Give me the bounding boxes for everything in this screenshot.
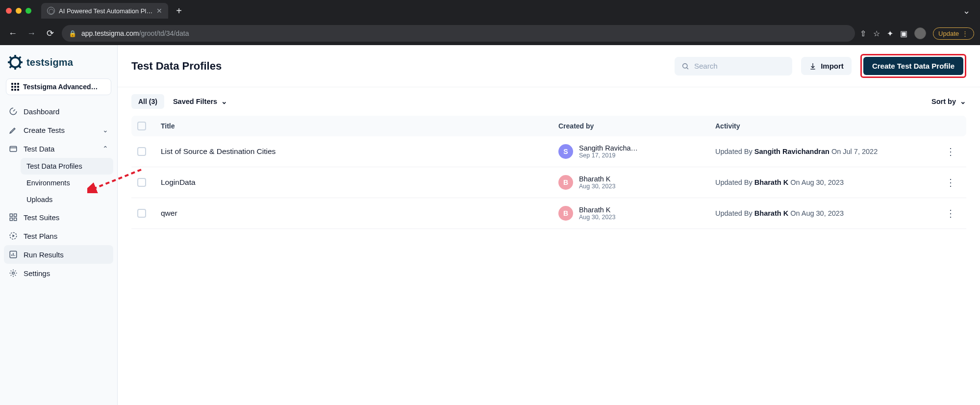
extensions-icon[interactable]: ✦ (887, 29, 893, 38)
created-date: Aug 30, 2023 (579, 214, 615, 221)
gauge-icon (9, 107, 18, 116)
row-title: qwer (161, 209, 558, 218)
globe-icon: ◯ (47, 7, 55, 15)
svg-point-0 (10, 57, 20, 67)
row-creator: B Bharath K Aug 30, 2023 (558, 175, 715, 190)
sidebar-item-create-tests[interactable]: Create Tests ⌄ (4, 121, 113, 139)
search-input[interactable] (694, 62, 785, 70)
project-switcher[interactable]: Testsigma Advanced… (6, 78, 111, 95)
chevron-up-icon: ⌃ (102, 145, 108, 152)
sidebar-item-dashboard[interactable]: Dashboard (4, 102, 113, 121)
bookmark-icon[interactable]: ☆ (873, 29, 880, 38)
svg-rect-11 (14, 214, 17, 216)
browser-actions: ⇧ ☆ ✦ ▣ Update ⋮ (860, 27, 974, 40)
download-icon (809, 62, 817, 70)
sidebar-item-test-data[interactable]: Test Data ⌃ (4, 139, 113, 158)
search-icon (681, 62, 689, 71)
reload-button[interactable]: ⟳ (43, 26, 57, 40)
sidebar-item-test-plans[interactable]: Test Plans (4, 227, 113, 245)
chevron-down-icon: ⌄ (960, 98, 966, 105)
svg-point-18 (683, 63, 687, 68)
tab-title: AI Powered Test Automation Pl… (59, 7, 152, 15)
sort-by-button[interactable]: Sort by ⌄ (931, 98, 966, 105)
forward-button[interactable]: → (25, 26, 38, 40)
row-checkbox[interactable] (137, 209, 146, 218)
saved-filters-button[interactable]: Saved Filters ⌄ (173, 98, 227, 105)
row-creator: B Bharath K Aug 30, 2023 (558, 206, 715, 221)
svg-line-19 (687, 67, 688, 69)
page-title: Test Data Profiles (131, 60, 222, 73)
browser-tab[interactable]: ◯ AI Powered Test Automation Pl… ✕ (41, 3, 168, 19)
main: Test Data Profiles Import Create Test Da… (118, 45, 980, 405)
sidebar-item-test-suites[interactable]: Test Suites (4, 208, 113, 227)
close-icon[interactable]: ✕ (156, 7, 162, 15)
row-menu-button[interactable]: ⋮ (941, 146, 960, 157)
sidebar-submenu-test-data: Test Data Profiles Environments Uploads (4, 158, 113, 208)
svg-line-5 (10, 57, 12, 59)
back-button[interactable]: ← (6, 26, 20, 40)
row-activity: Updated By Sangith Ravichandran On Jul 7… (715, 148, 941, 155)
svg-rect-13 (14, 218, 17, 221)
update-button[interactable]: Update ⋮ (933, 27, 974, 40)
table-row[interactable]: List of Source & Destination Cities S Sa… (131, 136, 966, 167)
pencil-icon (9, 126, 18, 134)
url-path: /groot/td/34/data (139, 29, 189, 37)
sidebar-item-label: Test Suites (24, 213, 59, 222)
sidebar-item-environments[interactable]: Environments (21, 175, 113, 191)
bar-chart-icon (9, 250, 18, 259)
row-activity: Updated By Bharath K On Aug 30, 2023 (715, 209, 941, 217)
search-box[interactable] (675, 57, 792, 76)
row-creator: S Sangith Ravicha… Sep 17, 2019 (558, 144, 715, 159)
profile-avatar[interactable] (914, 27, 926, 39)
sidebar-item-test-data-profiles[interactable]: Test Data Profiles (21, 158, 113, 175)
svg-line-8 (10, 66, 12, 68)
select-all-checkbox[interactable] (137, 122, 146, 130)
sidebar-item-label: Run Results (24, 251, 64, 259)
share-icon[interactable]: ⇧ (860, 29, 866, 38)
creator-name: Bharath K (579, 175, 615, 183)
import-button[interactable]: Import (801, 57, 852, 75)
svg-rect-12 (10, 218, 12, 221)
window-maximize[interactable] (25, 8, 31, 14)
window-minimize[interactable] (16, 8, 22, 14)
url-field[interactable]: 🔒 app.testsigma.com/groot/td/34/data (62, 25, 855, 42)
row-title: LoginData (161, 178, 558, 187)
url-host: app.testsigma.com (81, 29, 139, 37)
sidebar-item-run-results[interactable]: Run Results (4, 245, 113, 264)
created-date: Aug 30, 2023 (579, 183, 615, 190)
import-label: Import (821, 62, 844, 70)
created-date: Sep 17, 2019 (579, 152, 638, 159)
saved-filters-label: Saved Filters (173, 98, 217, 105)
more-icon[interactable]: ⋮ (962, 30, 969, 37)
row-title: List of Source & Destination Cities (161, 147, 558, 156)
row-checkbox[interactable] (137, 147, 146, 156)
folder-icon (9, 144, 18, 153)
chevron-down-icon: ⌄ (221, 98, 227, 105)
new-tab-button[interactable]: + (172, 5, 186, 17)
row-activity: Updated By Bharath K On Aug 30, 2023 (715, 178, 941, 186)
sidebar-item-uploads[interactable]: Uploads (21, 191, 113, 208)
sidebar-item-label: Dashboard (24, 107, 59, 116)
data-table: Title Created by Activity List of Source… (118, 116, 980, 243)
product-name: testsigma (26, 57, 73, 68)
sidepanel-icon[interactable]: ▣ (900, 29, 907, 38)
svg-rect-9 (10, 147, 17, 152)
logo[interactable]: testsigma (4, 52, 113, 78)
svg-marker-15 (13, 234, 15, 237)
sidebar: testsigma Testsigma Advanced… Dashboard … (0, 45, 118, 405)
tabs-overflow-button[interactable]: ⌄ (963, 5, 974, 16)
row-menu-button[interactable]: ⋮ (941, 207, 960, 219)
table-row[interactable]: LoginData B Bharath K Aug 30, 2023 Updat… (131, 167, 966, 198)
sidebar-item-settings[interactable]: Settings (4, 264, 113, 282)
creator-name: Bharath K (579, 206, 615, 214)
avatar: B (558, 175, 573, 190)
window-close[interactable] (6, 8, 12, 14)
sidebar-item-label: Test Data (24, 145, 54, 153)
sidebar-item-label: Settings (24, 269, 50, 278)
row-checkbox[interactable] (137, 178, 146, 187)
row-menu-button[interactable]: ⋮ (941, 177, 960, 188)
lock-icon: 🔒 (69, 30, 76, 37)
table-row[interactable]: qwer B Bharath K Aug 30, 2023 Updated By… (131, 198, 966, 229)
filter-chip-all[interactable]: All (3) (131, 94, 164, 109)
create-test-data-profile-button[interactable]: Create Test Data Profile (863, 57, 963, 75)
